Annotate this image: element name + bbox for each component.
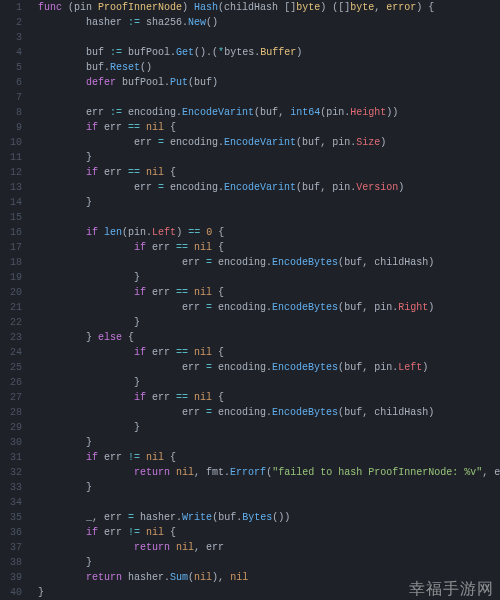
- code-line: }: [38, 435, 500, 450]
- token-pun: ,: [362, 302, 374, 313]
- token-fn: EncodeBytes: [272, 407, 338, 418]
- line-number: 38: [0, 555, 22, 570]
- token-var: encoding: [212, 407, 266, 418]
- line-number: 32: [0, 465, 22, 480]
- code-line: err = encoding.EncodeBytes(buf, pin.Left…: [38, 360, 500, 375]
- line-number: 14: [0, 195, 22, 210]
- code-line: }: [38, 315, 500, 330]
- token-var: err: [494, 467, 500, 478]
- token-op: :=: [128, 17, 140, 28]
- line-number: 17: [0, 240, 22, 255]
- token-pun: ,: [194, 467, 206, 478]
- token-var: err: [146, 347, 176, 358]
- token-kw: defer: [86, 77, 116, 88]
- code-line: }: [38, 420, 500, 435]
- token-pun: }: [86, 332, 98, 343]
- token-var: err: [134, 137, 158, 148]
- token-fn: EncodeVarint: [224, 137, 296, 148]
- token-pun: ,: [320, 137, 332, 148]
- token-kw: if: [86, 122, 98, 133]
- token-var: sha256: [140, 17, 182, 28]
- token-fn: Hash: [194, 2, 218, 13]
- token-var: err: [146, 242, 176, 253]
- token-op: !=: [128, 527, 140, 538]
- code-line: }: [38, 150, 500, 165]
- code-line: if err == nil {: [38, 120, 500, 135]
- token-pun: }: [134, 317, 140, 328]
- code-editor[interactable]: 1234567891011121314151617181920212223242…: [0, 0, 500, 600]
- token-pun: {: [164, 452, 176, 463]
- token-var: buf: [86, 62, 104, 73]
- line-number: 40: [0, 585, 22, 600]
- token-pun: ): [428, 257, 434, 268]
- token-op: :=: [110, 47, 122, 58]
- token-var: childHash: [224, 2, 284, 13]
- line-number: 18: [0, 255, 22, 270]
- token-ident: Left: [398, 362, 422, 373]
- line-number: 11: [0, 150, 22, 165]
- token-fn: EncodeBytes: [272, 362, 338, 373]
- token-var: err: [182, 302, 206, 313]
- token-var: encoding: [212, 302, 266, 313]
- code-line: }: [38, 585, 500, 600]
- line-number: 31: [0, 450, 22, 465]
- token-fn: EncodeVarint: [224, 182, 296, 193]
- token-kw: if: [86, 167, 98, 178]
- line-number: 21: [0, 300, 22, 315]
- token-fn: Write: [182, 512, 212, 523]
- token-pun: {: [122, 332, 134, 343]
- line-number: 4: [0, 45, 22, 60]
- token-var: err: [182, 407, 206, 418]
- token-pun: }: [134, 422, 140, 433]
- token-num: nil: [194, 242, 212, 253]
- token-var: buf: [344, 407, 362, 418]
- token-pun: {: [212, 347, 224, 358]
- token-op: ==: [176, 242, 188, 253]
- token-pun: ,: [278, 107, 290, 118]
- token-op: !=: [128, 452, 140, 463]
- token-op: ==: [176, 347, 188, 358]
- code-line: buf.Reset(): [38, 60, 500, 75]
- token-pun: ,: [92, 512, 104, 523]
- token-var: pin: [332, 137, 350, 148]
- token-kw: if: [134, 347, 146, 358]
- token-op: :=: [110, 107, 122, 118]
- token-var: encoding: [122, 107, 176, 118]
- token-pun: }: [86, 197, 92, 208]
- code-line: }: [38, 555, 500, 570]
- token-pun: }: [86, 557, 92, 568]
- token-fn: Bytes: [242, 512, 272, 523]
- token-pun: ): [422, 362, 428, 373]
- token-var: buf: [302, 137, 320, 148]
- token-pun: ): [176, 227, 188, 238]
- line-number-gutter: 1234567891011121314151617181920212223242…: [0, 0, 28, 600]
- token-pun: ),: [212, 572, 230, 583]
- code-line: func (pin ProofInnerNode) Hash(childHash…: [38, 0, 500, 15]
- token-fn: len: [104, 227, 122, 238]
- line-number: 23: [0, 330, 22, 345]
- line-number: 12: [0, 165, 22, 180]
- code-area[interactable]: func (pin ProofInnerNode) Hash(childHash…: [28, 0, 500, 600]
- token-var: encoding: [164, 137, 218, 148]
- token-var: hasher: [122, 572, 164, 583]
- code-line: } else {: [38, 330, 500, 345]
- token-ident: Height: [350, 107, 386, 118]
- token-typ: error: [386, 2, 416, 13]
- code-line: buf := bufPool.Get().(*bytes.Buffer): [38, 45, 500, 60]
- token-op: ==: [128, 122, 140, 133]
- token-pun: {: [212, 227, 224, 238]
- token-kw: if: [86, 227, 98, 238]
- token-num: nil: [146, 167, 164, 178]
- token-fn: EncodeBytes: [272, 302, 338, 313]
- token-pun: ,: [320, 182, 332, 193]
- token-typ: byte: [350, 2, 374, 13]
- token-var: buf: [194, 77, 212, 88]
- token-var: err: [206, 542, 224, 553]
- code-line: if err == nil {: [38, 345, 500, 360]
- token-var: err: [182, 257, 206, 268]
- line-number: 15: [0, 210, 22, 225]
- token-pun: ,: [362, 257, 374, 268]
- token-ident: Version: [356, 182, 398, 193]
- line-number: 25: [0, 360, 22, 375]
- token-var: buf: [344, 362, 362, 373]
